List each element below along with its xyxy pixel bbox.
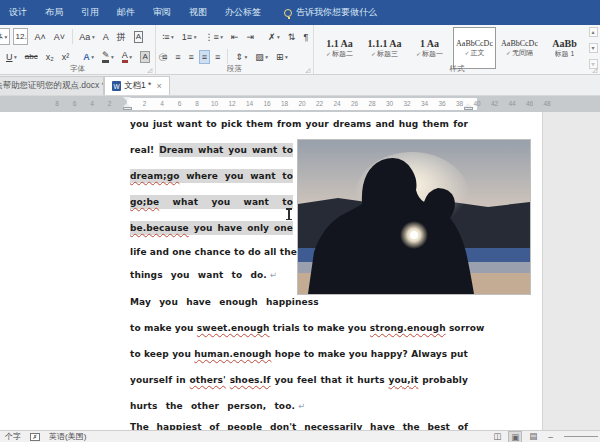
ribbon-tab-layout[interactable]: 布局 [36,0,72,25]
style-item[interactable]: AaBbCcDc✓无间隔 [498,27,541,69]
close-tab-icon[interactable]: × [156,81,161,91]
borders-button-icon: ⊞ [276,52,284,62]
text-segment: what you want to [159,197,293,207]
decrease-indent-button[interactable]: ⇤ [228,30,242,44]
document-tab[interactable]: W文档1 *× [104,76,170,95]
character-border-button[interactable]: A [131,29,146,45]
numbering-button[interactable]: 1≡▾ [179,30,200,44]
multilevel-list-button[interactable]: ⋮≡▾ [201,30,226,44]
align-right-button[interactable]: ≡ [186,50,197,64]
ruler-number: 24 [332,100,342,107]
print-layout-button[interactable]: ▣ [508,431,522,442]
dropdown-caret-icon: ▾ [14,54,17,60]
align-left-button-icon: ≡ [162,52,167,62]
tell-me-box[interactable]: 告诉我你想要做什么 [284,6,377,19]
text-segment: things you want to do. [130,270,267,280]
numbering-button-icon: 1≡ [182,32,192,42]
character-shading-button[interactable]: A [137,49,153,65]
doc-line: yourself in others' shoes.If you feel th… [130,374,468,387]
font-color-button[interactable]: A▾ [119,48,135,65]
ribbon-tab-mailings[interactable]: 邮件 [108,0,144,25]
text-highlight-button[interactable]: ✎▾ [99,48,117,65]
document-tab-title: 法帮助您证明您的观点.docx * [0,80,104,92]
status-left: 个字 ✗ 英语(美国) [0,431,86,442]
doc-line: The happiest of people don't necessarily… [130,421,468,430]
asian-layout-button[interactable]: ✗▾ [265,30,283,44]
text-segment: May you have enough happiness [130,297,319,307]
align-right-button-icon: ≡ [189,52,194,62]
align-center-button[interactable]: ≡ [172,50,183,64]
indent-marker-left[interactable] [122,97,132,111]
line-spacing-button[interactable]: ⇕▾ [232,50,250,64]
word-count[interactable]: 个字 [5,431,21,442]
document-tab[interactable]: 法帮助您证明您的观点.docx * [0,76,104,95]
style-item[interactable]: 1.1.1 Aa✓标题三 [363,27,406,69]
status-bar: 个字 ✗ 英语(美国) ◫▣▤ – [0,430,600,442]
sort-button[interactable]: ⇅ [285,30,299,44]
font-size-select[interactable]: 12.5▾ [13,28,29,45]
ribbon-tab-review[interactable]: 审阅 [144,0,180,25]
zoom-slider[interactable] [564,436,598,437]
justify-button[interactable]: ≡ [199,50,210,64]
indent-marker-right[interactable] [463,103,473,111]
style-item[interactable]: 1 Aa✓标题一 [408,27,451,69]
increase-indent-button[interactable]: ⇥ [243,30,257,44]
style-preview: 1.1.1 Aa [367,38,401,49]
ribbon-tab-bar: 设计布局引用邮件审阅视图办公标签 告诉我你想要做什么 [0,0,600,25]
document-page[interactable]: you just want to pick them from your dre… [0,112,600,430]
ruler-number: 34 [420,100,430,107]
phonetic-guide-button[interactable]: 拼 [114,30,129,44]
change-case-button-icon: Aa [79,32,90,42]
borders-button[interactable]: ⊞▾ [273,50,291,64]
styles-scroll-down-icon[interactable]: ▾ [589,43,598,53]
read-mode-button[interactable]: ◫ [491,431,503,442]
clear-formatting-button[interactable]: A [100,30,112,44]
shading-button[interactable]: ▨▾ [252,50,271,64]
show-marks-button[interactable]: ¶ [300,30,311,44]
clear-formatting-button-icon: A [103,32,109,42]
ruler-number: 46 [525,100,535,107]
ribbon-tab-references[interactable]: 引用 [72,0,108,25]
zoom-out-button[interactable]: – [546,432,555,442]
style-check-icon: ✓ [506,50,511,56]
ribbon-tab-office-tab[interactable]: 办公标签 [216,0,270,25]
inline-photo[interactable] [297,139,531,295]
superscript-button-icon: x² [62,52,70,62]
font-name-select[interactable]: 楷体▾ [0,28,10,45]
style-preview: 1 Aa [420,38,439,49]
paragraph-dialog-launcher-icon[interactable]: ◿ [305,66,310,73]
web-layout-button[interactable]: ▤ [527,431,539,442]
ribbon-tab-view[interactable]: 视图 [180,0,216,25]
grow-font-button[interactable]: A˄ [31,30,48,44]
highlight-span: go;be what you want to [130,195,293,209]
paragraph-group-label: 段落 [156,64,313,74]
proofing-status-icon[interactable]: ✗ [30,433,40,441]
superscript-button[interactable]: x² [59,50,73,64]
shrink-font-button[interactable]: A˅ [51,30,68,44]
doc-line: you just want to pick them from your dre… [130,118,468,131]
text-segment: to make you [130,323,197,333]
text-segment: sorrow [446,323,485,333]
text-effects-button[interactable]: A▾ [80,50,97,64]
subscript-button[interactable]: x₂ [43,50,57,64]
font-name-select-value: 楷体 [0,31,3,42]
distribute-button[interactable]: ≡ [212,50,223,64]
ribbon-tab-design[interactable]: 设计 [0,0,36,25]
style-item[interactable]: 1.1 Aa✓标题二 [318,27,361,69]
change-case-button[interactable]: Aa▾ [76,30,97,44]
strikethrough-button[interactable]: abc [22,50,41,64]
bullets-button[interactable]: ∶≡▾ [159,30,177,44]
text-segment: The happiest of people don't necessarily… [130,422,468,430]
styles-dialog-launcher-icon[interactable]: ◿ [592,66,597,73]
style-item[interactable]: AaBb标题 1 [543,27,586,69]
dropdown-caret-icon: ▾ [220,34,223,40]
language-status[interactable]: 英语(美国) [49,431,86,442]
style-item[interactable]: AaBbCcDc✓正文 [453,27,496,69]
paragraph-group: ∶≡▾1≡▾⋮≡▾⇤⇥✗▾⇅¶ ≡≡≡≡≡⇕▾▨▾⊞▾ 段落 ◿ [156,25,314,74]
styles-scroll-up-icon[interactable]: ▴ [589,27,598,37]
align-left-button[interactable]: ≡ [159,50,170,64]
font-dialog-launcher-icon[interactable]: ◿ [147,66,152,73]
ruler[interactable]: 8642246810121416182022242628303234363840… [0,96,600,112]
ruler-number: 44 [507,100,517,107]
underline-button[interactable]: U▾ [3,50,20,64]
